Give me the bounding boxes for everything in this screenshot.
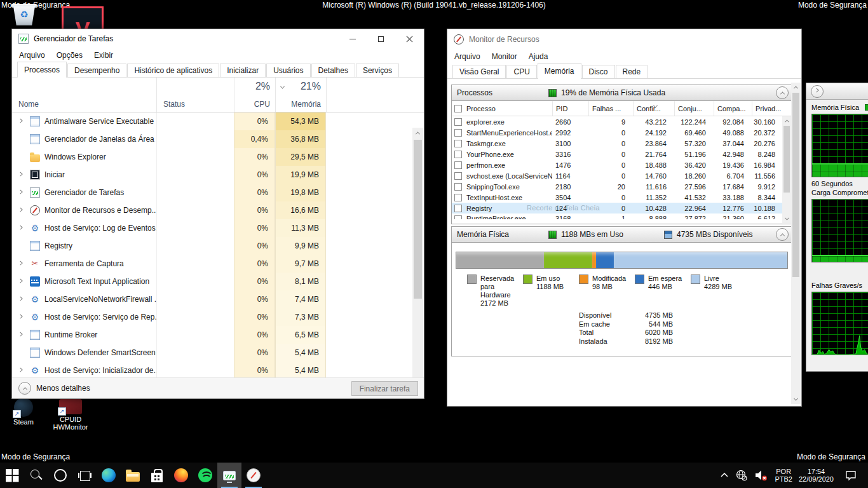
tab-memoria[interactable]: Memória (538, 63, 581, 79)
process-row[interactable]: StartMenuExperienceHost.exe2992024.19269… (452, 127, 792, 138)
task-row[interactable]: ⚙Host de Serviço: Log de Eventos...0%11,… (12, 219, 424, 237)
maximize-button[interactable] (367, 29, 395, 48)
task-row[interactable]: Antimalware Service Executable0%54,3 MB (12, 112, 424, 130)
end-task-button[interactable]: Finalizar tarefa (351, 381, 418, 396)
task-manager-scrollbar[interactable] (412, 128, 423, 395)
task-row[interactable]: Gerenciador de Janelas da Área ...0,4%36… (12, 130, 424, 148)
select-all-checkbox[interactable] (454, 105, 462, 112)
process-row[interactable]: explorer.exe2660943.212122.24492.08430.1… (452, 116, 792, 127)
volume-muted-icon[interactable] (751, 463, 771, 488)
task-row[interactable]: Microsoft Text Input Application0%8,1 MB (12, 273, 424, 290)
close-button[interactable] (395, 29, 424, 48)
task-row[interactable]: ⚙Host de Serviço: Inicializador de...0%5… (12, 362, 424, 379)
taskbar-spotify-button[interactable] (193, 463, 217, 488)
taskbar-search-button[interactable] (24, 463, 48, 488)
row-checkbox[interactable] (454, 118, 462, 126)
language-indicator[interactable]: POR PTB2 (771, 463, 796, 488)
minimize-button[interactable] (338, 29, 367, 48)
taskbar-edge-button[interactable] (97, 463, 121, 488)
scrollbar-thumb[interactable] (792, 93, 799, 277)
clock[interactable]: 17:54 22/09/2020 (796, 463, 837, 488)
task-row[interactable]: Runtime Broker0%6,5 MB (12, 326, 424, 344)
menu-monitor[interactable]: Monitor (486, 52, 523, 61)
column-header-cpu[interactable]: 2% CPU (234, 78, 275, 112)
expand-chevron-icon[interactable] (20, 262, 30, 266)
task-row[interactable]: Gerenciador de Tarefas0%19,8 MB (12, 184, 424, 201)
scroll-down-icon[interactable] (782, 214, 791, 223)
menu-opcoes[interactable]: Opções (51, 51, 88, 60)
network-no-internet-icon[interactable] (732, 463, 751, 488)
task-manager-titlebar[interactable]: Gerenciador de Tarefas (12, 29, 424, 48)
tab-usuarios[interactable]: Usuários (266, 64, 310, 77)
tab-historico-de-aplicativos[interactable]: Histórico de aplicativos (127, 64, 219, 77)
expand-chevron-icon[interactable] (20, 369, 30, 372)
collapse-section-button[interactable] (776, 86, 789, 99)
expand-chevron-icon[interactable] (20, 280, 30, 283)
column-header-conju[interactable]: Conju... (674, 101, 714, 116)
column-header-compa[interactable]: Compa... (714, 101, 752, 116)
tab-disco[interactable]: Disco (582, 65, 615, 78)
processes-section-header[interactable]: Processos 19% de Memória Física Usada (451, 85, 792, 101)
row-checkbox[interactable] (454, 194, 462, 201)
processes-scrollbar[interactable] (782, 116, 791, 223)
row-checkbox[interactable] (454, 172, 462, 180)
tray-expand-button[interactable] (717, 463, 732, 488)
column-header-nome[interactable]: Nome (12, 78, 156, 112)
scroll-up-icon[interactable] (412, 128, 423, 139)
physical-memory-section-header[interactable]: Memória Física 1188 MBs em Uso 4735 MBs … (451, 226, 792, 243)
expand-chevron-icon[interactable] (20, 191, 30, 194)
less-details-button[interactable] (18, 382, 31, 395)
tab-inicializar[interactable]: Inicializar (220, 64, 266, 77)
column-header-memoria[interactable]: 21% Memória (275, 78, 326, 112)
row-checkbox[interactable] (454, 129, 462, 137)
task-row[interactable]: Windows Explorer0%29,5 MB (12, 148, 424, 166)
menu-arquivo[interactable]: Arquivo (13, 51, 51, 60)
scrollbar-thumb[interactable] (783, 126, 790, 193)
column-header-falhas[interactable]: Falhas ... (588, 101, 633, 116)
tab-desempenho[interactable]: Desempenho (67, 64, 126, 77)
taskbar-task-manager-button[interactable] (217, 463, 241, 488)
process-row[interactable]: RuntimeBroker.exe316818.88827.87221.3606… (452, 214, 792, 219)
scroll-up-icon[interactable] (782, 116, 791, 125)
task-row[interactable]: ⚙LocalServiceNoNetworkFirewall ...0%7,4 … (12, 290, 424, 308)
column-header-confir[interactable]: Confir... (633, 101, 674, 116)
taskbar-file-explorer-button[interactable] (121, 463, 145, 488)
column-header-privad[interactable]: Privad... (752, 101, 783, 116)
taskbar-resource-monitor-button[interactable] (241, 463, 266, 488)
row-checkbox[interactable] (454, 183, 462, 191)
tab-detalhes[interactable]: Detalhes (311, 64, 355, 77)
action-center-button[interactable] (837, 463, 865, 488)
task-row[interactable]: ⚙Host de Serviço: Serviço de Rep...0%7,3… (12, 308, 424, 326)
taskbar-start-button[interactable] (0, 463, 24, 488)
expand-chevron-icon[interactable] (20, 334, 30, 337)
process-row[interactable]: TextInputHost.exe3504011.35241.53233.188… (452, 192, 792, 203)
expand-chevron-icon[interactable] (20, 120, 30, 123)
expand-chevron-icon[interactable] (20, 316, 30, 319)
steam-shortcut[interactable]: ↗ Steam (5, 398, 42, 426)
tab-processos[interactable]: Processos (17, 62, 67, 78)
taskbar-microsoft-store-button[interactable] (145, 463, 169, 488)
tab-rede[interactable]: Rede (616, 65, 648, 78)
process-row[interactable]: perfmon.exe1476018.48836.42019.43616.984 (452, 159, 792, 170)
scroll-up-icon[interactable] (791, 83, 801, 92)
menu-exibir[interactable]: Exibir (88, 51, 119, 60)
scroll-down-icon[interactable] (791, 395, 801, 404)
row-checkbox[interactable] (454, 151, 462, 158)
less-details-label[interactable]: Menos detalhes (36, 384, 90, 393)
tab-servicos[interactable]: Serviços (356, 64, 399, 77)
cpuid-hwmonitor-shortcut[interactable]: ↗ CPUID HWMonitor (48, 399, 93, 431)
column-header-processo[interactable]: Processo (452, 101, 552, 116)
expand-panel-button[interactable] (811, 85, 824, 98)
menu-arquivo[interactable]: Arquivo (449, 52, 486, 61)
expand-chevron-icon[interactable] (20, 298, 30, 301)
process-row[interactable]: svchost.exe (LocalServiceNet...1164014.7… (452, 170, 792, 181)
expand-chevron-icon[interactable] (20, 173, 30, 177)
row-checkbox[interactable] (454, 205, 462, 212)
expand-chevron-icon[interactable] (20, 227, 30, 230)
process-row[interactable]: SnippingTool.exe21802011.61627.59617.684… (452, 181, 792, 192)
column-header-status[interactable]: Status (156, 78, 234, 112)
process-row[interactable]: Taskmgr.exe3100023.86457.32037.04420.276 (452, 138, 792, 149)
tab-cpu[interactable]: CPU (506, 65, 536, 78)
taskbar-firefox-button[interactable] (169, 463, 193, 488)
task-row[interactable]: Iniciar0%19,9 MB (12, 166, 424, 184)
